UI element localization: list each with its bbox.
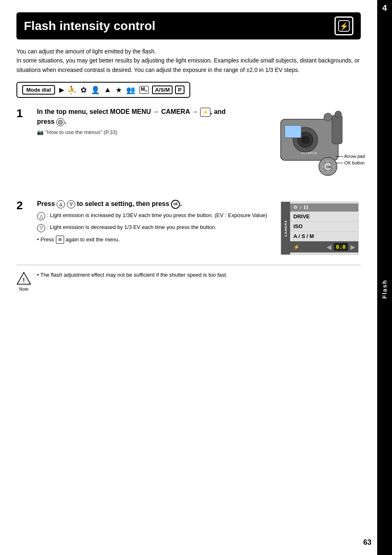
circle-down: ▽ — [37, 224, 45, 232]
mode-dial-row: Mode dial ▶ ⛹ ✿ 👤 ▲ ★ 👥 MY A/S/M P — [16, 82, 190, 98]
arrow-pad-label: Arrow pad — [344, 154, 365, 159]
chapter-number: 4 — [382, 3, 387, 12]
step-2: 2 Press △ ▽ to select a setting, then pr… — [16, 199, 361, 255]
menu-icon-2: / — [300, 205, 301, 210]
mode-asm-badge: A/S/M — [152, 86, 173, 94]
flash-value-display: 0.0 — [334, 243, 348, 251]
circle-up: △ — [37, 212, 45, 220]
mode-p-badge: P — [175, 86, 184, 94]
decrease-text: : Light emission is decreased by 1/3 EV … — [47, 223, 217, 232]
increase-symbol: △ — [37, 211, 45, 220]
menu-row-drive: DRIVE — [290, 212, 358, 222]
note-box: ! Note • The flash adjustment effect may… — [16, 265, 361, 291]
increase-text: : Light emission is increased by 1/3EV e… — [47, 211, 267, 220]
drive-label: DRIVE — [293, 213, 310, 220]
svg-point-8 — [324, 113, 332, 121]
note-label: Note — [19, 287, 28, 291]
step-1-note-text: "How to use the menus" (P.33) — [45, 129, 118, 135]
mode-icon-4: ▲ — [104, 86, 111, 94]
svg-point-9 — [335, 111, 341, 118]
flash-icon: ⚡ — [338, 20, 350, 32]
step-1-image: OLYMPUS OK — [279, 107, 361, 189]
intro-line-1: You can adjust the amount of light emitt… — [16, 47, 361, 56]
intro-line-2: In some situations, you may get better r… — [16, 56, 361, 74]
mode-icon-2: ✿ — [81, 86, 87, 95]
camera-diagram: OLYMPUS OK — [279, 107, 359, 189]
note-text: • The flash adjustment effect may not be… — [37, 271, 361, 280]
step-2-content: Press △ ▽ to select a setting, then pres… — [37, 199, 361, 255]
mode-icon-my: MY — [139, 86, 149, 93]
asm-label: A / S / M — [293, 233, 314, 239]
page-number: 63 — [363, 538, 371, 547]
ok-button-label: OK button — [344, 160, 365, 165]
step-1-number: 1 — [16, 107, 30, 189]
mode-icon-6: 👥 — [126, 86, 135, 95]
note-icon-wrapper: ! Note — [16, 271, 31, 291]
decrease-symbol: ▽ — [37, 223, 45, 232]
menu-rows: ♻ / 🎞 DRIVE ISO — [290, 202, 358, 254]
mode-icon-3: 👤 — [91, 86, 100, 95]
mode-icon-arrow: ▶ — [59, 86, 64, 94]
menu-row-asm: A / S / M — [290, 231, 358, 241]
up-arrow-icon: △ — [57, 200, 65, 208]
note-triangle-icon: ! — [16, 271, 31, 286]
svg-text:!: ! — [23, 277, 25, 283]
menu-row-flash: ⚡ ◀ 0.0 ▶ — [290, 241, 358, 253]
menu-icon-1: ♻ — [293, 205, 297, 210]
step-1-title: In the top menu, select MODE MENU → CAME… — [37, 107, 274, 127]
book-icon: 📷 — [37, 129, 44, 135]
step-2-number: 2 — [16, 199, 30, 255]
press-note-text: again to exit the menu. — [66, 236, 120, 243]
side-camera-text: CAMERA — [284, 220, 288, 237]
mode-icon-1: ⛹ — [67, 86, 76, 95]
page-title: Flash intensity control — [24, 19, 155, 33]
menu-top-row: ♻ / 🎞 — [290, 204, 358, 212]
flash-icon-box: ⚡ — [334, 16, 353, 35]
intro-text: You can adjust the amount of light emitt… — [16, 47, 361, 74]
menu-row-iso: ISO — [290, 222, 358, 231]
menu-press-icon: ⊞ — [56, 236, 64, 244]
sub-item-decrease: ▽ : Light emission is decreased by 1/3 E… — [37, 223, 277, 232]
step-1-content: In the top menu, select MODE MENU → CAME… — [37, 107, 361, 189]
arrow-pad-label-line: Arrow pad — [336, 154, 365, 159]
flash-menu-icon: ⚡ — [200, 108, 210, 117]
step-2-image: CAMERA ♻ / 🎞 D — [281, 199, 361, 255]
svg-text:OLYMPUS: OLYMPUS — [301, 151, 317, 155]
iso-label: ISO — [293, 223, 302, 229]
step-1: 1 In the top menu, select MODE MENU → CA… — [16, 107, 361, 189]
ok-button-label-line: OK button — [336, 160, 365, 165]
right-arrow-indicator: ▶ — [350, 244, 355, 250]
press-icon-step1: 🔘 — [56, 118, 65, 126]
mode-icon-5: ★ — [115, 86, 122, 95]
ok-press-icon: ok — [171, 200, 180, 209]
svg-point-6 — [301, 136, 309, 144]
svg-text:OK: OK — [326, 165, 332, 169]
sub-item-increase: △ : Light emission is increased by 1/3EV… — [37, 211, 277, 220]
svg-text:⚡: ⚡ — [339, 22, 349, 31]
arrow-pad-annotation: Arrow pad OK button — [336, 154, 365, 165]
chapter-tab: 4 Flash — [377, 0, 392, 555]
menu-side-label: CAMERA — [281, 202, 290, 254]
step-2-title: Press △ ▽ to select a setting, then pres… — [37, 199, 277, 209]
chapter-number-box: 4 — [377, 0, 392, 16]
left-arrow-indicator: ◀ — [327, 244, 331, 250]
svg-rect-3 — [332, 115, 342, 144]
down-arrow-icon: ▽ — [67, 200, 75, 208]
svg-rect-7 — [285, 125, 301, 138]
press-again-note: • Press ⊞ again to exit the menu. — [37, 236, 277, 244]
page-header: Flash intensity control ⚡ — [16, 12, 361, 39]
menu-icon-3: 🎞 — [304, 205, 308, 210]
note-content: The flash adjustment effect may not be s… — [40, 272, 228, 278]
menu-screenshot: CAMERA ♻ / 🎞 D — [281, 201, 359, 255]
chapter-label: Flash — [381, 280, 388, 299]
chapter-label-wrapper: Flash — [381, 280, 388, 300]
mode-dial-label: Mode dial — [22, 85, 55, 95]
flash-row-icon: ⚡ — [293, 244, 300, 250]
step-1-note: 📷 "How to use the menus" (P.33) — [37, 129, 274, 135]
camera-svg: OLYMPUS OK — [279, 107, 359, 189]
